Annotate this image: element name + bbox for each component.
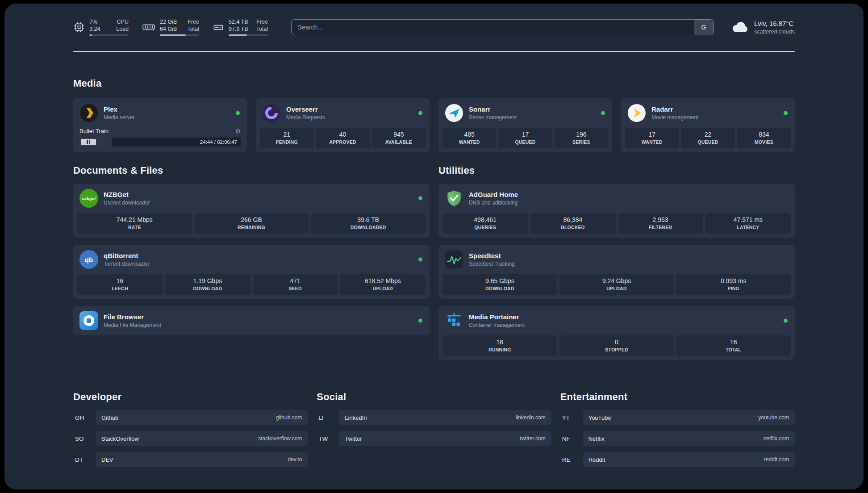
stat-rate: 744.21 Mbps RATE xyxy=(77,213,192,234)
social-section-title: Social xyxy=(317,391,551,403)
qbittorrent-icon: qb xyxy=(79,250,98,269)
stat-ping: 0.993 ms PING xyxy=(676,274,791,295)
stat-upload: 9.24 Gbps UPLOAD xyxy=(559,274,674,295)
bookmark-abbr: NF xyxy=(560,435,583,442)
social-bookmarks: Social LI LinkedIn linkedin.com TW Twitt… xyxy=(317,391,551,473)
service-subtitle: Usenet downloader xyxy=(104,200,150,206)
stat-downloaded: 39.6 TB DOWNLOADED xyxy=(311,213,426,234)
media-grid: Plex Media server Bullet Train ⚙ 24:44 /… xyxy=(73,98,795,152)
bookmark-linkedin[interactable]: LinkedIn linkedin.com xyxy=(339,410,551,425)
service-name: File Browser xyxy=(104,313,161,321)
service-name: Speedtest xyxy=(469,252,515,259)
weather-location: Lviv, 16.87°C xyxy=(754,20,795,27)
status-dot xyxy=(418,258,422,262)
service-name: qBittorrent xyxy=(104,252,150,259)
stat-upload: 618.52 Mbps UPLOAD xyxy=(340,274,426,295)
status-dot xyxy=(784,111,788,115)
stat-series: 196 SERIES xyxy=(555,128,608,148)
documents-section-title: Documents & Files xyxy=(73,165,430,176)
search-input[interactable] xyxy=(292,20,694,35)
stat-wanted: 485 WANTED xyxy=(442,128,496,148)
disk-progress-fill xyxy=(229,34,247,36)
cpu-load-label: Load xyxy=(116,26,129,33)
stat-stopped: 0 STOPPED xyxy=(559,335,674,356)
service-name: AdGuard Home xyxy=(469,191,518,198)
stat-pending: 21 PENDING xyxy=(260,128,313,148)
disk-progress-bar xyxy=(229,34,268,36)
bookmark-row: SO StackOverflow stackoverflow.com xyxy=(73,431,308,446)
sonarr-icon xyxy=(445,104,463,122)
memory-progress-bar xyxy=(160,34,199,36)
dashboard-content: 7% CPU 3.24 Load 22 GiB Free xyxy=(4,4,864,489)
radarr-card[interactable]: Radarr Movie management 17 WANTED 22 QUE… xyxy=(621,98,795,152)
bookmark-twitter[interactable]: Twitter twitter.com xyxy=(339,431,551,446)
qbittorrent-card[interactable]: qb qBittorrent Torrent downloader 16 LEE… xyxy=(73,245,430,299)
portainer-icon xyxy=(445,311,463,330)
adguard-card[interactable]: AdGuard Home DNS and adblocking 498,461 … xyxy=(438,184,795,238)
plex-now-playing: Bullet Train ⚙ 24:44 / 02:06:47 xyxy=(73,128,247,152)
bookmark-row: LI LinkedIn linkedin.com xyxy=(317,410,551,425)
overseerr-card[interactable]: Overseerr Media Requests 21 PENDING 40 A… xyxy=(256,98,430,152)
cpu-usage-label: CPU xyxy=(116,19,129,26)
bookmark-stackoverflow[interactable]: StackOverflow stackoverflow.com xyxy=(96,431,308,446)
settings-gear-icon[interactable]: ⚙ xyxy=(235,128,241,134)
cpu-widget: 7% CPU 3.24 Load xyxy=(73,19,129,36)
stat-total: 16 TOTAL xyxy=(676,335,791,356)
bookmark-row: DT DEV dev.to xyxy=(73,452,308,467)
bookmark-dev[interactable]: DEV dev.to xyxy=(96,452,308,467)
developer-section-title: Developer xyxy=(73,391,308,403)
speedtest-card[interactable]: Speedtest Speedtest Tracking 9.65 Gbps D… xyxy=(438,245,795,299)
radarr-icon xyxy=(627,104,646,122)
status-dot xyxy=(601,111,605,115)
stat-approved: 40 APPROVED xyxy=(316,128,369,148)
stat-movies: 834 MOVIES xyxy=(737,128,791,148)
now-playing-title: Bullet Train xyxy=(79,128,108,134)
pause-button[interactable] xyxy=(81,139,96,145)
cpu-progress-fill xyxy=(89,34,92,36)
stat-wanted: 17 WANTED xyxy=(625,128,679,148)
service-subtitle: Movie management xyxy=(651,114,698,121)
disk-widget: 52.4 TB Free 97.9 TB Total xyxy=(213,19,268,36)
bookmark-github[interactable]: Github github.com xyxy=(96,410,308,425)
service-subtitle: Media Requests xyxy=(286,114,325,121)
bookmark-row: RE Reddit reddit.com xyxy=(560,452,795,467)
nzbget-card[interactable]: nzbget NZBGet Usenet downloader 744.21 M… xyxy=(73,184,430,238)
status-dot xyxy=(784,319,788,323)
service-name: Media Portainer xyxy=(469,313,525,321)
nzbget-icon: nzbget xyxy=(79,189,98,208)
plex-card[interactable]: Plex Media server Bullet Train ⚙ 24:44 /… xyxy=(73,98,247,152)
memory-total-label: Total xyxy=(188,26,199,33)
disk-total-value: 97.9 TB xyxy=(229,26,250,33)
utilities-section: Utilities AdGuard Home DNS and adblockin… xyxy=(438,165,795,367)
filebrowser-card[interactable]: File Browser Media File Management xyxy=(73,306,430,335)
stat-queued: 22 QUEUED xyxy=(681,128,734,148)
status-dot xyxy=(418,111,422,115)
memory-total-value: 64 GiB xyxy=(160,26,181,33)
entertainment-bookmarks: Entertainment YT YouTube youtube.com NF … xyxy=(560,391,795,473)
status-dot xyxy=(418,319,422,323)
weather-condition: scattered clouds xyxy=(754,29,795,35)
sonarr-card[interactable]: Sonarr Series management 485 WANTED 17 Q… xyxy=(438,98,612,152)
cpu-icon xyxy=(73,21,85,33)
bookmark-reddit[interactable]: Reddit reddit.com xyxy=(583,452,795,467)
stat-available: 945 AVAILABLE xyxy=(372,128,426,148)
playback-progress-bar[interactable]: 24:44 / 02:06:47 xyxy=(79,138,241,146)
filebrowser-icon xyxy=(79,311,98,330)
cpu-usage-value: 7% xyxy=(89,19,110,26)
developer-bookmarks: Developer GH Github github.com SO StackO… xyxy=(73,391,308,473)
cpu-progress-bar xyxy=(89,34,129,36)
portainer-card[interactable]: Media Portainer Container management 16 … xyxy=(438,306,795,360)
search-provider-button[interactable]: G xyxy=(694,20,714,35)
header-divider xyxy=(73,51,795,52)
stat-queued: 17 QUEUED xyxy=(498,128,552,148)
service-subtitle: Media server xyxy=(104,114,134,121)
bookmark-netflix[interactable]: Netflix netflix.com xyxy=(583,431,795,446)
memory-free-label: Free xyxy=(188,19,199,26)
utilities-section-title: Utilities xyxy=(438,165,795,176)
search-bar: G xyxy=(291,19,714,35)
stat-download: 1.19 Gbps DOWNLOAD xyxy=(165,274,250,295)
memory-progress-fill xyxy=(160,34,186,36)
adguard-icon xyxy=(445,189,463,208)
bookmark-youtube[interactable]: YouTube youtube.com xyxy=(583,410,795,425)
stat-seed: 471 SEED xyxy=(253,274,338,295)
